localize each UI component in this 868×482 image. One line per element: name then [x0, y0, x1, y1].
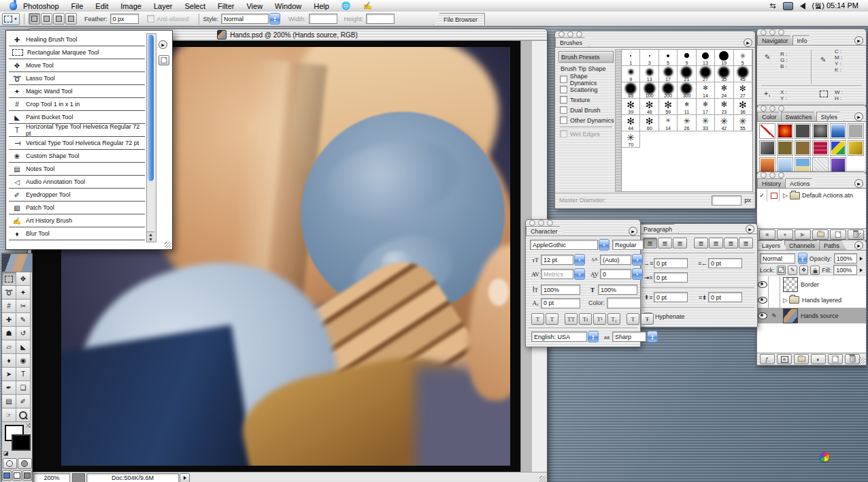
layer-mask-button[interactable] — [777, 354, 792, 364]
fullscreen-button[interactable] — [22, 470, 32, 481]
tab-history[interactable]: History — [757, 178, 788, 188]
menu-clock[interactable]: (월) 05:14 PM — [812, 1, 858, 11]
layer-style-button[interactable]: ƒ. — [760, 354, 775, 364]
tab-paragraph[interactable]: Paragraph — [639, 224, 679, 234]
brush-preset-5[interactable]: 5 — [734, 50, 752, 66]
tool-preset-lasso-tool[interactable]: ➰Lasso Tool — [9, 72, 145, 85]
leading-stepper[interactable]: ▼ — [632, 254, 643, 266]
brush-preset-26[interactable]: ✳26 — [678, 115, 696, 131]
style-swatch-dark-gray[interactable] — [795, 123, 811, 139]
new-group-button[interactable] — [794, 354, 809, 364]
faux-italic-button[interactable]: T — [546, 313, 558, 325]
height-input[interactable] — [366, 14, 395, 24]
preset-scrollbar[interactable]: ▲▼ — [146, 33, 156, 242]
align-center-button[interactable]: ≣ — [658, 238, 672, 248]
visibility-cell[interactable] — [757, 276, 769, 292]
brush-preset-3[interactable]: 3 — [640, 50, 658, 66]
zoom-percentage-field[interactable]: 200% — [33, 473, 70, 482]
actions-flyout-button[interactable]: ▶ — [854, 179, 863, 188]
rect-marquee-tool[interactable] — [2, 272, 16, 286]
fill-arrow-icon[interactable] — [860, 268, 863, 272]
tracking-select[interactable]: 0 — [600, 269, 631, 279]
tool-preset-magic-wand-tool[interactable]: ✦Magic Wand Tool — [9, 85, 145, 98]
link-cell[interactable] — [769, 292, 780, 308]
brush-preset-14[interactable]: ✻14 — [697, 82, 715, 99]
brush-preset-70[interactable]: ✳70 — [622, 131, 640, 148]
first-line-indent-input[interactable]: 0 pt — [654, 272, 688, 283]
paragraph-flyout-button[interactable]: ▶ — [746, 225, 754, 234]
new-selection-button[interactable] — [29, 13, 40, 25]
brush-option-texture[interactable]: Texture — [557, 95, 615, 105]
tool-preset-vertical-type-tool-helvetica-regular-72-pt[interactable]: TVertical Type Tool Helvetica Regular 72… — [9, 137, 145, 150]
info-flyout-button[interactable]: ▶ — [854, 36, 863, 45]
lock-transparency-button[interactable] — [777, 266, 786, 275]
brush-preset-14[interactable]: ✳14 — [659, 115, 678, 131]
all-caps-button[interactable]: TT — [565, 313, 578, 325]
smoothing-stepper[interactable]: ▲▼ — [647, 331, 658, 342]
action-dialog-toggle[interactable] — [769, 189, 780, 202]
style-swatch-red-stripes[interactable] — [812, 140, 829, 156]
brush-preset-35[interactable]: 35 — [715, 66, 733, 82]
strikethrough-button[interactable]: Ŧ — [641, 313, 654, 325]
style-swatch-gold[interactable] — [848, 140, 864, 156]
language-select[interactable]: English: USA — [531, 332, 587, 342]
menu-file[interactable]: File — [65, 2, 90, 10]
tool-preset-patch-tool[interactable]: ▧Patch Tool — [9, 202, 145, 214]
type-color-swatch[interactable] — [607, 298, 641, 308]
leading-select[interactable]: (Auto) — [600, 255, 631, 265]
brush-preset-60[interactable]: ✻60 — [640, 115, 658, 131]
action-toggle-check[interactable]: ✓ — [757, 189, 767, 202]
vertical-scale-input[interactable]: 100% — [541, 285, 580, 295]
opacity-arrow-icon[interactable] — [860, 257, 863, 261]
visibility-cell[interactable] — [757, 308, 769, 323]
brush-preset-59[interactable]: ✻59 — [659, 99, 678, 115]
link-cell[interactable]: ✎ — [769, 308, 780, 323]
checkbox[interactable] — [560, 76, 567, 83]
pen-tool[interactable]: ✒ — [2, 381, 16, 395]
brush-preset-100[interactable]: 100 — [640, 82, 658, 99]
menu-view[interactable]: View — [240, 2, 269, 10]
brush-preset-46[interactable]: ✻46 — [640, 99, 658, 115]
brush-preset-13[interactable]: 13 — [640, 66, 658, 82]
brush-option-wet-edges[interactable]: Wet Edges — [557, 129, 615, 139]
window-buttons[interactable] — [757, 29, 866, 35]
eraser-tool[interactable]: ▱ — [2, 340, 16, 354]
horizontal-scale-input[interactable]: 100% — [598, 285, 637, 295]
lasso-tool[interactable]: ➰ — [2, 286, 16, 300]
tab-paths[interactable]: Paths — [819, 240, 846, 250]
brush-preset-1[interactable]: 1 — [622, 50, 640, 66]
window-buttons[interactable] — [757, 172, 866, 178]
style-swatch-light-blue[interactable] — [777, 157, 793, 173]
subscript-button[interactable]: T₁ — [607, 313, 620, 325]
kerning-stepper[interactable]: ▼ — [574, 268, 585, 280]
lock-position-button[interactable]: ✥ — [799, 266, 809, 275]
brush-preset-36[interactable]: ✻36 — [734, 99, 752, 115]
new-layer-button[interactable] — [828, 354, 843, 364]
brush-preset-44[interactable]: ✻44 — [622, 115, 640, 131]
standard-screen-button[interactable] — [2, 470, 12, 481]
style-swatch-sunset[interactable] — [759, 157, 775, 173]
brush-preset-5[interactable]: 5 — [659, 50, 678, 66]
brush-preset-17[interactable]: ✻17 — [697, 99, 715, 115]
brush-tool[interactable]: ✎ — [16, 313, 31, 327]
menu-window[interactable]: Window — [269, 2, 307, 10]
tool-preset-blur-tool[interactable]: ♦Blur Tool — [9, 227, 145, 240]
window-buttons[interactable] — [757, 106, 866, 112]
preset-scrollbar-thumb[interactable] — [148, 35, 154, 181]
slice-tool[interactable]: ✂ — [16, 300, 31, 313]
baseline-shift-input[interactable]: 0 pt — [541, 298, 580, 308]
lock-pixels-button[interactable]: ✎ — [788, 266, 797, 275]
brush-preset-45[interactable]: 45 — [734, 66, 752, 82]
tab-character[interactable]: Character — [526, 226, 565, 236]
eyedropper-tool[interactable]: ✐ — [16, 395, 31, 408]
toolbox-header-image[interactable] — [2, 254, 32, 272]
justify-last-right-button[interactable]: ≣ — [724, 238, 738, 248]
tab-brushes[interactable]: Brushes — [555, 37, 589, 47]
delete-layer-button[interactable] — [845, 354, 860, 364]
brush-presets-item[interactable]: Brush Presets — [558, 51, 614, 63]
tab-channels[interactable]: Channels — [784, 240, 822, 250]
lock-all-button[interactable] — [810, 266, 820, 275]
intersect-selection-button[interactable] — [65, 13, 77, 25]
preset-flyout-button[interactable]: ▶ — [158, 40, 167, 49]
status-flyout-button[interactable] — [180, 473, 190, 482]
